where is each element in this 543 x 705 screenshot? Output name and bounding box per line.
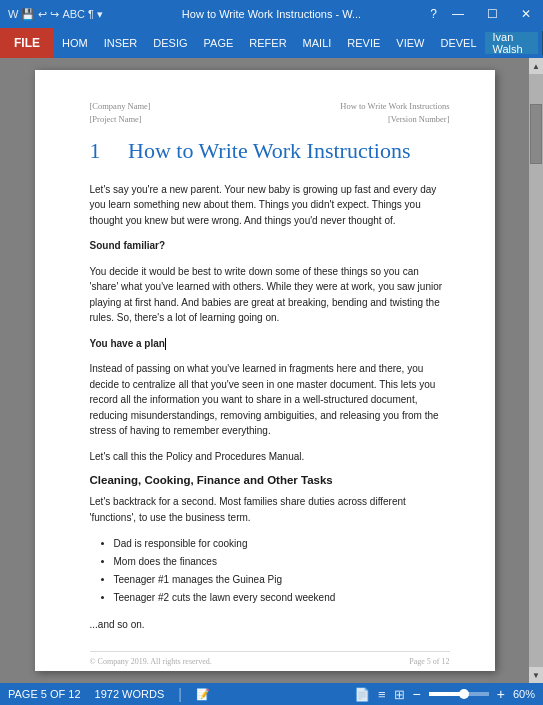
word-icon: W — [8, 8, 18, 20]
status-bar: PAGE 5 OF 12 1972 WORDS | 📝 📄 ≡ ⊞ − + 60… — [0, 683, 543, 705]
zoom-handle[interactable] — [459, 689, 469, 699]
paragraph-3: Instead of passing on what you've learne… — [90, 361, 450, 439]
version-number: [Version Number] — [340, 113, 449, 126]
list-item: Mom does the finances — [114, 553, 450, 571]
tab-review[interactable]: REVIE — [339, 28, 388, 58]
undo-icon[interactable]: ↩ — [38, 8, 47, 21]
help-button[interactable]: ? — [430, 7, 437, 21]
vertical-scrollbar[interactable]: ▲ ▼ — [529, 58, 543, 683]
paragraph-4: Let's call this the Policy and Procedure… — [90, 449, 450, 465]
title-bar: W 💾 ↩ ↪ ABC ¶ ▾ How to Write Work Instru… — [0, 0, 543, 28]
paragraph-1: Let's say you're a new parent. Your new … — [90, 182, 450, 229]
page-footer: © Company 2019. All rights reserved. Pag… — [90, 651, 450, 666]
scroll-down-arrow[interactable]: ▼ — [529, 667, 543, 683]
document-area: [Company Name] [Project Name] How to Wri… — [0, 58, 543, 683]
file-button[interactable]: FILE — [0, 28, 54, 58]
page-header-right: How to Write Work Instructions [Version … — [340, 100, 449, 126]
title-bar-left: W 💾 ↩ ↪ ABC ¶ ▾ — [8, 8, 103, 21]
page-indicator: PAGE 5 OF 12 — [8, 688, 81, 700]
user-name[interactable]: Ivan Walsh — [485, 32, 539, 54]
tab-insert[interactable]: INSER — [96, 28, 146, 58]
close-button[interactable]: ✕ — [509, 0, 543, 28]
dropdown-icon[interactable]: ▾ — [97, 8, 103, 21]
document-scroll-area[interactable]: [Company Name] [Project Name] How to Wri… — [0, 58, 529, 683]
window-title: How to Write Work Instructions - W... — [182, 8, 361, 20]
title-bar-icons: W 💾 ↩ ↪ ABC ¶ ▾ — [8, 8, 103, 21]
print-view-button[interactable]: 📄 — [354, 687, 370, 702]
tab-view[interactable]: VIEW — [388, 28, 432, 58]
footer-copyright: © Company 2019. All rights reserved. — [90, 657, 212, 666]
zoom-percentage: 60% — [513, 688, 535, 700]
status-separator: | — [178, 686, 182, 702]
zoom-slider[interactable] — [429, 692, 489, 696]
company-name: [Company Name] — [90, 100, 151, 113]
page-header: [Company Name] [Project Name] How to Wri… — [90, 100, 450, 126]
list-item: Dad is responsible for cooking — [114, 535, 450, 553]
minimize-button[interactable]: — — [441, 0, 475, 28]
tab-design[interactable]: DESIG — [145, 28, 195, 58]
paragraph-2: You decide it would be best to write dow… — [90, 264, 450, 326]
tab-page[interactable]: PAGE — [196, 28, 242, 58]
bold-text-2: You have a plan — [90, 336, 450, 352]
project-name: [Project Name] — [90, 113, 151, 126]
scroll-thumb[interactable] — [530, 104, 542, 164]
ribbon-tabs: FILE HOM INSER DESIG PAGE REFER MAILI RE… — [0, 28, 543, 58]
zoom-plus-button[interactable]: + — [497, 686, 505, 702]
tab-references[interactable]: REFER — [241, 28, 294, 58]
scroll-up-arrow[interactable]: ▲ — [529, 58, 543, 74]
list-item: Teenager #1 manages the Guinea Pig — [114, 571, 450, 589]
proofing-icon[interactable]: 📝 — [196, 688, 210, 701]
tab-developer[interactable]: DEVEL — [432, 28, 484, 58]
bold-text-1: Sound familiar? — [90, 238, 450, 254]
heading-1-text: How to Write Work Instructions — [128, 138, 411, 163]
tab-mailings[interactable]: MAILI — [295, 28, 340, 58]
read-view-button[interactable]: ≡ — [378, 687, 386, 702]
status-right: 📄 ≡ ⊞ − + 60% — [354, 686, 535, 702]
web-view-button[interactable]: ⊞ — [394, 687, 405, 702]
heading-1-number: 1 — [90, 138, 101, 163]
heading-1: 1 How to Write Work Instructions — [90, 138, 450, 168]
paragraph-6: ...and so on. — [90, 617, 450, 633]
save-icon[interactable]: 💾 — [21, 8, 35, 21]
heading-2: Cleaning, Cooking, Finance and Other Tas… — [90, 474, 450, 486]
paragraph-5: Let's backtrack for a second. Most famil… — [90, 494, 450, 525]
bold-text-2-content: You have a plan — [90, 338, 165, 349]
page-header-left: [Company Name] [Project Name] — [90, 100, 151, 126]
list-item: Teenager #2 cuts the lawn every second w… — [114, 589, 450, 607]
zoom-minus-button[interactable]: − — [413, 686, 421, 702]
document-page: [Company Name] [Project Name] How to Wri… — [35, 70, 495, 671]
doc-title-header: How to Write Work Instructions — [340, 100, 449, 113]
title-controls: ? — ☐ ✕ — [430, 0, 543, 28]
word-count: 1972 WORDS — [95, 688, 165, 700]
maximize-button[interactable]: ☐ — [475, 0, 509, 28]
ribbon-user-area: Ivan Walsh K — [485, 31, 543, 55]
footer-page-number: Page 5 of 12 — [409, 657, 449, 666]
tab-home[interactable]: HOM — [54, 28, 96, 58]
bullet-list: Dad is responsible for cooking Mom does … — [114, 535, 450, 607]
format-icon[interactable]: ¶ — [88, 8, 94, 20]
scroll-track[interactable] — [529, 74, 543, 667]
ribbon: FILE HOM INSER DESIG PAGE REFER MAILI RE… — [0, 28, 543, 58]
redo-icon[interactable]: ↪ — [50, 8, 59, 21]
abc-icon[interactable]: ABC — [62, 8, 85, 20]
text-cursor — [165, 338, 166, 350]
